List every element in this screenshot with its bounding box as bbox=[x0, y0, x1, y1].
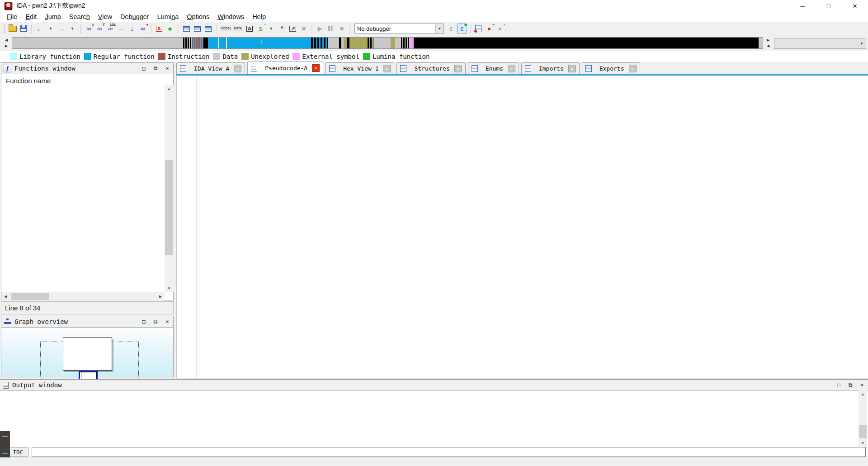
analysis-status-ball-icon[interactable]: ● bbox=[165, 24, 175, 33]
tab-enums[interactable]: Enums✕ bbox=[468, 62, 519, 74]
make-code-icon[interactable]: CODE bbox=[219, 24, 231, 33]
menu-windows[interactable]: Windows bbox=[213, 13, 248, 21]
tab-hex-view-1[interactable]: Hex View-1✕ bbox=[326, 62, 394, 74]
remove-breakpoint-icon[interactable]: ●× bbox=[495, 24, 505, 33]
menu-debugger[interactable]: Debugger bbox=[116, 13, 153, 21]
edit-function-icon[interactable]: ↗ bbox=[288, 24, 298, 33]
navband-scroll-right2-icon[interactable]: ▶ bbox=[765, 37, 771, 43]
output-window-titlebar[interactable]: Output window □ ⧉ × bbox=[0, 380, 868, 391]
forward-history-dropdown-icon[interactable]: ▾ bbox=[67, 24, 77, 33]
navband-right-arrows[interactable]: ▶ ◀ bbox=[765, 37, 771, 49]
debugger-run-icon[interactable]: ▶ bbox=[315, 24, 325, 33]
navband-left-arrows[interactable]: ◀ ▶ bbox=[3, 37, 9, 49]
back-history-dropdown-icon[interactable]: ▾ bbox=[46, 24, 56, 33]
save-file-icon[interactable] bbox=[19, 24, 28, 33]
open-file-icon[interactable] bbox=[8, 24, 18, 33]
navband-scroll-left-icon[interactable]: ◀ bbox=[3, 37, 9, 43]
debugger-select[interactable]: No debugger▼ bbox=[354, 24, 444, 33]
tab-structures[interactable]: Structures✕ bbox=[396, 62, 465, 74]
tab-close-icon[interactable]: ✕ bbox=[568, 65, 576, 72]
output-close-icon[interactable]: × bbox=[856, 380, 868, 390]
menu-lumina[interactable]: Lumina bbox=[153, 13, 183, 21]
scroll-up-icon[interactable]: ▲ bbox=[165, 85, 174, 93]
functions-close-icon[interactable]: × bbox=[161, 63, 173, 73]
tab-ida-view-a[interactable]: IDA View-A✕ bbox=[176, 62, 245, 74]
navigate-forward-icon[interactable]: → bbox=[57, 24, 66, 33]
functions-horizontal-scrollbar[interactable]: ◀ ▶ bbox=[1, 292, 165, 300]
idc-command-input[interactable] bbox=[32, 447, 866, 457]
menu-view[interactable]: View bbox=[94, 13, 116, 21]
graph-maximize-icon[interactable]: □ bbox=[138, 317, 150, 327]
output-maximize-icon[interactable]: □ bbox=[833, 380, 844, 390]
make-array-icon[interactable]: * bbox=[277, 24, 287, 33]
minimize-button[interactable]: ─ bbox=[789, 0, 816, 12]
navband-segment-6 bbox=[219, 38, 226, 48]
output-float-icon[interactable]: ⧉ bbox=[844, 380, 856, 390]
menu-edit[interactable]: Edit bbox=[21, 13, 41, 21]
search-values-icon[interactable]: ∞101 bbox=[105, 24, 115, 33]
navigation-band[interactable]: ↓ bbox=[12, 37, 763, 49]
close-button[interactable]: ✕ bbox=[842, 0, 868, 12]
graph-close-icon[interactable]: × bbox=[161, 317, 173, 327]
legend-instruction: Instruction bbox=[158, 53, 210, 60]
make-string-icon[interactable]: A bbox=[245, 24, 255, 33]
search-text-icon[interactable]: ∞T bbox=[94, 24, 104, 33]
functions-float-icon[interactable]: ⧉ bbox=[150, 63, 161, 73]
graph-overview-titlebar[interactable]: Graph overview □ ⧉ × bbox=[1, 316, 174, 328]
output-scroll-up-icon[interactable]: ▲ bbox=[859, 390, 867, 398]
graph-float-icon[interactable]: ⧉ bbox=[150, 317, 161, 327]
jump-arrow-icon[interactable]: → bbox=[116, 24, 126, 33]
navband-combo[interactable]: ▼ bbox=[774, 38, 866, 49]
tab-imports[interactable]: Imports✕ bbox=[521, 62, 580, 74]
graph-overview-canvas[interactable] bbox=[1, 328, 173, 377]
scroll-down-icon[interactable]: ▼ bbox=[165, 284, 174, 292]
problems-icon[interactable]: A bbox=[154, 24, 164, 33]
menu-options[interactable]: Options bbox=[183, 13, 213, 21]
function-name-column-header[interactable]: Function name bbox=[1, 74, 173, 85]
functions-vscroll-thumb[interactable] bbox=[165, 160, 173, 255]
navigate-back-icon[interactable]: ← bbox=[35, 24, 45, 33]
tab-close-icon[interactable]: ✕ bbox=[508, 65, 515, 72]
tab-close-icon[interactable]: ✕ bbox=[629, 65, 637, 72]
menu-help[interactable]: Help bbox=[248, 13, 270, 21]
tab-close-icon[interactable]: ✕ bbox=[312, 64, 320, 72]
output-scroll-down-icon[interactable]: ▼ bbox=[859, 439, 867, 447]
navband-scroll-right-icon[interactable]: ▶ bbox=[3, 43, 9, 49]
add-breakpoint-icon[interactable]: ●+ bbox=[484, 24, 494, 33]
scroll-right-icon[interactable]: ▶ bbox=[156, 292, 165, 300]
idc-button[interactable]: IDC bbox=[8, 447, 28, 457]
jump-down-icon[interactable]: ↓ bbox=[127, 24, 137, 33]
tab-close-icon[interactable]: ✕ bbox=[234, 65, 241, 72]
disasm-window-icon[interactable] bbox=[181, 24, 191, 33]
search-names-icon[interactable]: ∞# bbox=[84, 24, 94, 33]
hex-window-icon[interactable] bbox=[192, 24, 202, 33]
tab-exports[interactable]: Exports✕ bbox=[582, 62, 640, 74]
maximize-button[interactable]: □ bbox=[816, 0, 842, 12]
debugger-stop-icon[interactable]: ■ bbox=[337, 24, 347, 33]
undefine-icon[interactable]: × bbox=[299, 24, 309, 33]
struct-dropdown-icon[interactable]: ▾ bbox=[266, 24, 276, 33]
scroll-left-icon[interactable]: ◀ bbox=[1, 292, 9, 300]
source-c-back-icon[interactable]: c← bbox=[446, 24, 456, 33]
tab-pseudocode-a[interactable]: Pseudocode-A✕ bbox=[247, 61, 323, 74]
menu-search[interactable]: Search bbox=[65, 13, 94, 21]
pseudocode-view[interactable] bbox=[176, 76, 868, 378]
navband-scroll-left2-icon[interactable]: ◀ bbox=[765, 43, 771, 49]
menu-jump[interactable]: Jump bbox=[41, 13, 65, 21]
functions-vertical-scrollbar[interactable]: ▲ ▼ bbox=[165, 85, 174, 292]
functions-maximize-icon[interactable]: □ bbox=[138, 63, 150, 73]
output-vscroll-thumb[interactable] bbox=[859, 425, 867, 438]
make-data-icon[interactable]: DATA bbox=[232, 24, 244, 33]
source-c-run-icon[interactable]: c▶ bbox=[457, 24, 467, 33]
tab-close-icon[interactable]: ✕ bbox=[383, 65, 391, 72]
breakpoints-window-icon[interactable] bbox=[473, 24, 483, 33]
functions-hscroll-thumb[interactable] bbox=[11, 293, 49, 300]
tab-close-icon[interactable]: ✕ bbox=[454, 65, 462, 72]
names-window-icon[interactable] bbox=[203, 24, 213, 33]
make-struct-icon[interactable]: s* bbox=[255, 24, 265, 33]
search-lock-icon[interactable]: ∞● bbox=[138, 24, 148, 33]
menu-file[interactable]: File bbox=[3, 13, 21, 21]
output-vertical-scrollbar[interactable]: ▲ ▼ bbox=[859, 390, 867, 447]
debugger-pause-icon[interactable]: ▌▌ bbox=[326, 24, 336, 33]
functions-window-titlebar[interactable]: f Functions window □ ⧉ × bbox=[1, 62, 174, 74]
